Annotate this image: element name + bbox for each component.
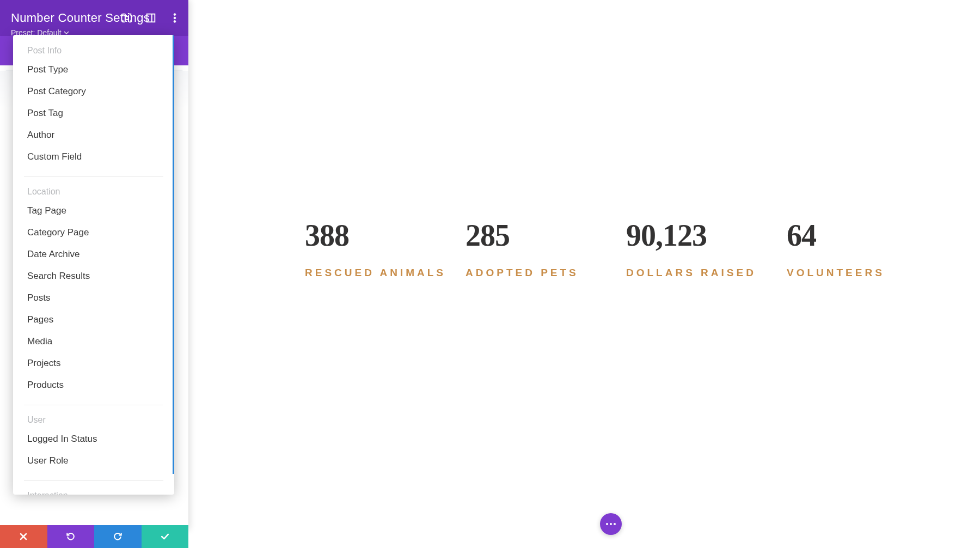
dropdown-item[interactable]: Products — [13, 374, 174, 396]
conditions-dropdown: Post InfoPost TypePost CategoryPost TagA… — [13, 35, 174, 495]
svg-point-4 — [174, 17, 176, 19]
footer-action-bar — [0, 525, 188, 548]
counter-label: DOLLARS RAISED — [626, 267, 787, 279]
counter-number: 90,123 — [626, 218, 787, 253]
dropdown-item[interactable]: Post Tag — [13, 102, 174, 124]
counter-number: 64 — [787, 218, 947, 253]
panel-layout-icon[interactable] — [145, 12, 157, 24]
svg-rect-1 — [147, 14, 155, 22]
counter-item: 388RESCUED ANIMALS — [305, 218, 465, 279]
dropdown-group-header: User — [13, 405, 174, 428]
floating-menu-button[interactable] — [600, 513, 622, 535]
dropdown-group-header: Location — [13, 177, 174, 200]
dropdown-group-header: Post Info — [13, 39, 174, 59]
dropdown-item[interactable]: Date Archive — [13, 243, 174, 265]
counter-label: RESCUED ANIMALS — [305, 267, 465, 279]
counter-label: VOLUNTEERS — [787, 267, 947, 279]
scrollbar[interactable] — [173, 35, 174, 474]
more-vertical-icon[interactable] — [169, 12, 181, 24]
dropdown-item[interactable]: Author — [13, 124, 174, 146]
svg-point-9 — [606, 523, 608, 525]
dropdown-item[interactable]: Post Type — [13, 59, 174, 81]
panel-header: Number Counter Settings Preset: Default — [0, 0, 188, 36]
dropdown-item[interactable]: User Role — [13, 450, 174, 472]
counter-label: ADOPTED PETS — [465, 267, 626, 279]
undo-button[interactable] — [47, 525, 95, 548]
counter-item: 64VOLUNTEERS — [787, 218, 947, 279]
dropdown-item[interactable]: Logged In Status — [13, 428, 174, 450]
svg-point-10 — [610, 523, 612, 525]
dropdown-item[interactable]: Pages — [13, 309, 174, 331]
counter-number: 388 — [305, 218, 465, 253]
svg-point-11 — [614, 523, 616, 525]
dropdown-group-header: Interaction — [13, 481, 174, 495]
dropdown-item[interactable]: Custom Field — [13, 146, 174, 168]
dropdown-item[interactable]: Post Category — [13, 81, 174, 102]
svg-point-5 — [174, 21, 176, 23]
confirm-button[interactable] — [142, 525, 189, 548]
dropdown-item[interactable]: Posts — [13, 287, 174, 309]
counter-item: 285ADOPTED PETS — [465, 218, 626, 279]
svg-point-3 — [174, 14, 176, 16]
redo-button[interactable] — [94, 525, 142, 548]
header-icons — [121, 12, 181, 24]
counters-row: 388RESCUED ANIMALS285ADOPTED PETS90,123D… — [305, 218, 947, 279]
dropdown-item[interactable]: Search Results — [13, 265, 174, 287]
dropdown-item[interactable]: Category Page — [13, 222, 174, 243]
counter-number: 285 — [465, 218, 626, 253]
cancel-button[interactable] — [0, 525, 47, 548]
dropdown-item[interactable]: Media — [13, 331, 174, 352]
dropdown-item[interactable]: Projects — [13, 352, 174, 374]
dropdown-item[interactable]: Tag Page — [13, 200, 174, 222]
counter-item: 90,123DOLLARS RAISED — [626, 218, 787, 279]
focus-icon[interactable] — [121, 12, 133, 24]
svg-rect-0 — [125, 16, 128, 20]
